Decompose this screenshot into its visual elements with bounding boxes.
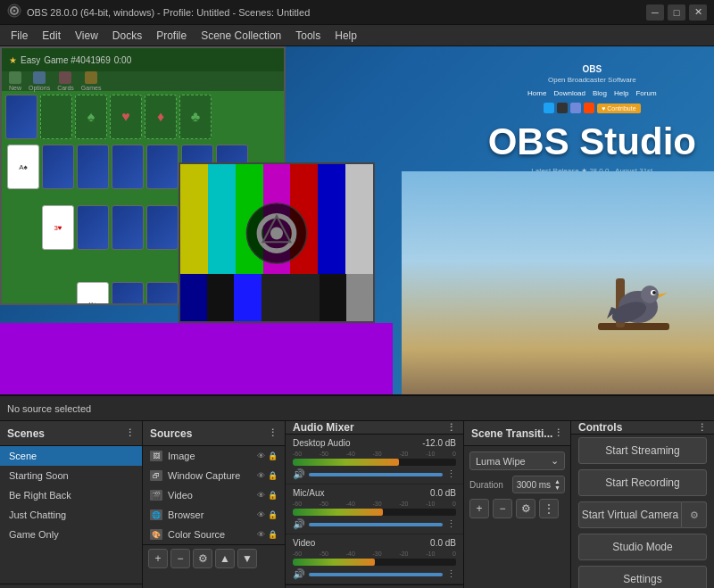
sources-title: Sources: [150, 427, 192, 440]
transitions-panel-icon[interactable]: ⋮: [553, 427, 563, 439]
source-item[interactable]: 🗗Window Capture👁🔒: [143, 466, 285, 485]
remove-source-button[interactable]: −: [170, 549, 190, 568]
controls-panel-icon[interactable]: ⋮: [697, 422, 707, 434]
card[interactable]: [112, 205, 144, 250]
scene-item[interactable]: Just Chatting: [0, 505, 142, 525]
duration-input[interactable]: 3000 ms ▲▼: [512, 476, 565, 493]
card[interactable]: [112, 145, 144, 189]
source-visible-icon[interactable]: 👁: [257, 471, 265, 480]
stock-pile[interactable]: [5, 95, 37, 139]
mute-icon[interactable]: 🔊: [293, 468, 305, 480]
transition-menu-button[interactable]: ⋮: [539, 499, 559, 518]
toolbar-cards[interactable]: Cards: [57, 71, 74, 91]
menu-item-view[interactable]: View: [68, 28, 105, 44]
move-source-up-button[interactable]: ▲: [215, 549, 235, 568]
source-lock-icon[interactable]: 🔒: [268, 530, 278, 539]
card[interactable]: [146, 145, 178, 189]
card[interactable]: [42, 145, 74, 189]
source-visible-icon[interactable]: 👁: [257, 530, 265, 539]
close-button[interactable]: ✕: [689, 4, 707, 21]
card[interactable]: [112, 282, 144, 305]
menu-item-docks[interactable]: Docks: [105, 28, 149, 44]
sources-panel-icon[interactable]: ⋮: [268, 427, 278, 439]
source-controls: 👁🔒: [257, 510, 278, 519]
audio-ch-menu[interactable]: ⋮: [446, 518, 456, 530]
maximize-button[interactable]: □: [668, 4, 685, 21]
nav-blog: Blog: [593, 89, 607, 97]
scene-item[interactable]: Game Only: [0, 525, 142, 544]
start-virtual-camera-button[interactable]: Start Virtual Camera: [578, 501, 682, 528]
volume-slider[interactable]: [309, 523, 443, 526]
virtual-camera-settings-button[interactable]: ⚙: [682, 501, 707, 528]
transition-select[interactable]: Luma Wipe ⌄: [469, 451, 565, 470]
menu-item-scene collection[interactable]: Scene Collection: [194, 28, 288, 44]
card[interactable]: [146, 205, 178, 250]
contribute-button[interactable]: ♥ Contribute: [597, 104, 640, 113]
toolbar-options[interactable]: Options: [29, 71, 50, 91]
volume-slider[interactable]: [309, 473, 443, 476]
audio-ch-menu[interactable]: ⋮: [446, 468, 456, 480]
obs-big-logo: OBS Studio: [488, 120, 696, 163]
card[interactable]: 3♥: [42, 205, 74, 250]
sources-panel: Sources ⋮ 🖼Image👁🔒🗗Window Capture👁🔒🎬Vide…: [143, 421, 286, 588]
source-visible-icon[interactable]: 👁: [257, 491, 265, 500]
minimize-button[interactable]: ─: [646, 4, 664, 21]
mute-icon[interactable]: 🔊: [293, 518, 305, 530]
scenes-panel-header: Scenes ⋮: [0, 421, 142, 446]
foundation-2[interactable]: ♥: [110, 95, 142, 139]
audio-ch-menu[interactable]: ⋮: [446, 568, 456, 580]
menu-item-edit[interactable]: Edit: [35, 28, 68, 44]
card[interactable]: [77, 145, 109, 189]
source-settings-button[interactable]: ⚙: [193, 549, 212, 568]
source-item[interactable]: 🖼Image👁🔒: [143, 446, 285, 466]
waste-pile[interactable]: [40, 95, 72, 139]
add-transition-button[interactable]: +: [469, 499, 489, 518]
scene-item[interactable]: Be Right Back: [0, 485, 142, 505]
toolbar-new[interactable]: New: [9, 71, 21, 91]
settings-button[interactable]: Settings: [578, 566, 707, 588]
remove-transition-button[interactable]: −: [493, 499, 512, 518]
start-streaming-button[interactable]: Start Streaming: [578, 437, 707, 464]
audio-channels: Desktop Audio -12.0 dB -60-50-40-30-20-1…: [286, 435, 463, 584]
source-item[interactable]: 🌐Browser👁🔒: [143, 505, 285, 525]
menu-item-profile[interactable]: Profile: [149, 28, 194, 44]
source-lock-icon[interactable]: 🔒: [268, 471, 278, 480]
card[interactable]: K♠: [77, 282, 109, 305]
add-source-button[interactable]: +: [148, 549, 168, 568]
foundation-4[interactable]: ♣: [179, 95, 212, 139]
obs-logo-overlay: [245, 203, 308, 265]
menu-item-tools[interactable]: Tools: [288, 28, 328, 44]
scenes-panel-icon[interactable]: ⋮: [125, 427, 135, 439]
source-visible-icon[interactable]: 👁: [257, 451, 265, 460]
scene-item[interactable]: Starting Soon: [0, 466, 142, 485]
foundation-1[interactable]: ♠: [75, 95, 107, 139]
audio-ch-name: Mic/Aux: [293, 488, 325, 498]
toolbar-games[interactable]: Games: [81, 71, 102, 91]
move-source-down-button[interactable]: ▼: [237, 549, 257, 568]
source-item[interactable]: 🎬Video👁🔒: [143, 485, 285, 505]
card[interactable]: [146, 282, 178, 305]
audio-ch-db: 0.0 dB: [430, 538, 456, 548]
foundation-3[interactable]: ♦: [145, 95, 177, 139]
start-recording-button[interactable]: Start Recording: [578, 469, 707, 496]
source-lock-icon[interactable]: 🔒: [268, 510, 278, 519]
transition-settings-button[interactable]: ⚙: [516, 499, 536, 518]
source-visible-icon[interactable]: 👁: [257, 510, 265, 519]
audio-panel-icon[interactable]: ⋮: [446, 422, 456, 434]
card[interactable]: A♠: [7, 145, 39, 189]
menu-bar: FileEditViewDocksProfileScene Collection…: [0, 25, 714, 46]
card-top-row: ♠ ♥ ♦ ♣: [5, 95, 280, 139]
virtual-camera-row: Start Virtual Camera ⚙: [578, 501, 707, 528]
card[interactable]: [77, 205, 109, 250]
studio-mode-button[interactable]: Studio Mode: [578, 534, 707, 560]
menu-item-help[interactable]: Help: [328, 28, 364, 44]
mute-icon[interactable]: 🔊: [293, 568, 305, 580]
volume-slider[interactable]: [309, 573, 443, 576]
source-item[interactable]: 🎨Color Source👁🔒: [143, 525, 285, 544]
scene-item[interactable]: Scene: [0, 446, 142, 466]
menu-item-file[interactable]: File: [4, 28, 35, 44]
source-lock-icon[interactable]: 🔒: [268, 451, 278, 460]
source-lock-icon[interactable]: 🔒: [268, 491, 278, 500]
bar-white: [345, 164, 373, 274]
svg-point-2: [13, 10, 16, 12]
